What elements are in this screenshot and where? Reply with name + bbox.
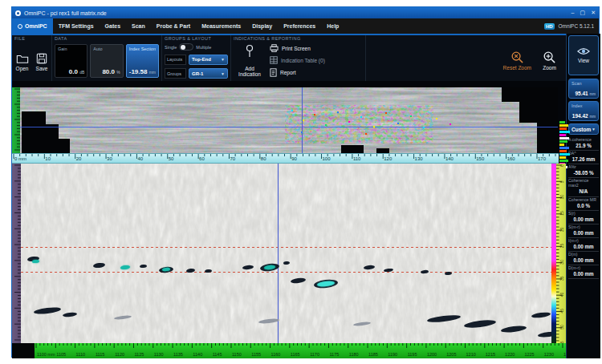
groups-dropdown[interactable]: GR-1 ▼ (189, 68, 228, 79)
main-scan-noise (21, 164, 551, 343)
svg-text:10: 10 (45, 156, 51, 161)
svg-text:60: 60 (199, 156, 205, 161)
file-section-title: FILE (14, 36, 25, 41)
zoom-controls: Reset Zoom Zoom (503, 35, 566, 81)
index-unit: mm (590, 115, 596, 119)
reset-zoom-button[interactable]: Reset Zoom (503, 51, 531, 71)
signal-speck (301, 131, 303, 133)
svg-text:1170: 1170 (310, 352, 319, 357)
svg-text:80: 80 (261, 156, 266, 161)
menu-item-display[interactable]: Display (246, 18, 278, 34)
indications-section: INDICATIONS & REPORTING Add Indication P… (231, 35, 366, 81)
depth-ruler-right[interactable]: 0510152025303540455055 (556, 164, 566, 347)
signal-speck (291, 110, 293, 111)
signal-speck (337, 111, 339, 113)
zoom-in-icon (543, 51, 556, 64)
top-view-horizontal-cursor[interactable] (20, 127, 558, 127)
svg-text:1225: 1225 (524, 352, 534, 357)
indication-table-button[interactable]: Indication Table (0) (270, 56, 362, 64)
menu-item-help[interactable]: Help (321, 18, 344, 34)
groups-layout-section: GROUPS & LAYOUT Single Multiple Layouts … (162, 35, 231, 81)
svg-text:35: 35 (559, 276, 564, 281)
custom-label: Custom (571, 127, 591, 132)
svg-text:1180: 1180 (349, 352, 359, 357)
menu-item-omnipc[interactable]: OmniPC (12, 18, 53, 34)
zoom-button[interactable]: Zoom (543, 51, 556, 71)
menu-item-tfm-settings[interactable]: TFM Settings (53, 18, 100, 34)
add-indication-button[interactable]: Add Indication (234, 44, 265, 79)
report-button[interactable]: Report (270, 68, 362, 77)
print-screen-button[interactable]: Print Screen (270, 44, 362, 52)
svg-text:1235: 1235 (563, 352, 566, 357)
svg-text:50: 50 (169, 156, 174, 161)
svg-text:160: 160 (507, 156, 516, 161)
main-view-vertical-cursor[interactable] (278, 164, 279, 343)
omnipc-logo-icon (15, 10, 21, 16)
svg-text:110: 110 (353, 156, 361, 161)
index-position-box[interactable]: Index 194.42 mm (568, 101, 599, 121)
chevron-down-icon: ▼ (221, 57, 225, 62)
svg-text:1105: 1105 (56, 352, 66, 357)
data-dropout-region (502, 87, 558, 102)
data-section-title: DATA (55, 36, 67, 41)
gate-line-a[interactable] (21, 247, 551, 248)
top-scan-view[interactable] (20, 87, 558, 153)
main-scan-view[interactable] (21, 164, 551, 343)
gate-line-b[interactable] (21, 272, 551, 273)
gain-box[interactable]: Gain 0.0 dB (55, 44, 87, 78)
scan-position-box[interactable]: Scan 95.41 mm (568, 79, 599, 99)
svg-text:1165: 1165 (291, 352, 300, 357)
index-section-value: -19.58 (129, 68, 148, 75)
data-dropout-region (341, 145, 364, 153)
svg-text:1115: 1115 (96, 352, 104, 357)
svg-text:1150: 1150 (232, 352, 242, 357)
svg-text:1215: 1215 (486, 352, 495, 357)
index-section-box[interactable]: Index Section -19.58 mm (126, 44, 159, 78)
view-label: View (578, 58, 589, 63)
zoom-label: Zoom (543, 65, 556, 71)
svg-text:1130: 1130 (154, 352, 164, 357)
svg-text:1175: 1175 (329, 352, 339, 357)
layouts-dropdown[interactable]: Top-End ▼ (189, 55, 228, 65)
minimize-button[interactable]: – (571, 7, 575, 18)
signal-speck (410, 115, 412, 117)
maximize-button[interactable]: ▢ (580, 7, 586, 18)
top-view-left-ruler[interactable] (12, 87, 20, 153)
data-dropout-region (519, 102, 558, 123)
open-button[interactable]: Open (16, 53, 29, 71)
eye-icon (577, 47, 590, 55)
menu-item-measurements[interactable]: Measurements (196, 18, 246, 34)
svg-text:130: 130 (415, 156, 424, 161)
histogram-row (559, 144, 564, 146)
save-button[interactable]: Save (36, 53, 48, 71)
bottom-corner-block (12, 343, 35, 358)
svg-text:0: 0 (559, 164, 564, 167)
view-button[interactable]: View (568, 35, 599, 75)
signal-speck (397, 123, 399, 124)
layouts-value: Top-End (192, 57, 211, 62)
custom-readings-dropdown[interactable]: Custom ▼ (568, 123, 599, 135)
close-button[interactable]: ✕ (591, 7, 596, 18)
auto-box[interactable]: Auto 80.0 % (90, 44, 123, 78)
bottom-scan-ruler[interactable]: 1100 mm110511101115112011251130113511401… (35, 343, 566, 358)
layouts-label: Layouts (165, 55, 186, 65)
svg-text:1140: 1140 (193, 352, 202, 357)
main-view-left-ruler[interactable] (12, 164, 21, 343)
open-folder-icon (16, 53, 29, 64)
menu-item-preferences[interactable]: Preferences (278, 18, 321, 34)
scan-value: 95.41 (575, 91, 588, 96)
scan-axis-ruler[interactable]: 0 mm102030405060708090100110120130140150… (12, 153, 559, 164)
scan-label: Scan (571, 81, 596, 86)
data-section: DATA Gain 0.0 dB Auto 80.0 % Index Secti… (52, 35, 162, 81)
menu-item-scan[interactable]: Scan (126, 18, 151, 34)
toggle-knob (181, 45, 185, 50)
gain-unit: dB (79, 70, 84, 75)
index-value: 194.42 (572, 113, 588, 119)
signal-speck (360, 116, 362, 118)
single-multiple-toggle[interactable] (179, 43, 193, 51)
menu-item-probe-part[interactable]: Probe & Part (151, 18, 196, 34)
svg-text:30: 30 (107, 156, 112, 161)
menu-item-gates[interactable]: Gates (100, 18, 126, 34)
histogram-row (559, 150, 567, 152)
svg-text:25: 25 (559, 244, 564, 249)
